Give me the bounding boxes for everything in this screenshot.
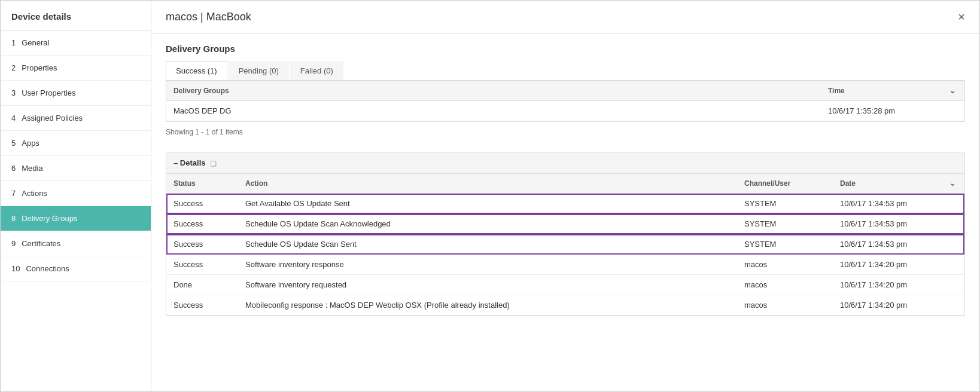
sidebar-item-label: Certificates: [22, 239, 60, 248]
details-header: – Details ▢: [166, 152, 964, 174]
details-section: – Details ▢ Status Action Channel/User D…: [166, 152, 965, 316]
sidebar-item-num: 2: [11, 63, 16, 72]
details-status: Success: [166, 255, 238, 274]
sidebar-item-label: Media: [22, 164, 42, 173]
details-row: Success Schedule OS Update Scan Sent SYS…: [166, 234, 964, 255]
details-date: 10/6/17 1:34:53 pm: [833, 214, 941, 234]
delivery-groups-table: Delivery Groups Time ⌄ MacOS DEP DG10/6/…: [166, 81, 965, 122]
details-expand: [941, 275, 964, 295]
sidebar-item-num: 4: [11, 114, 16, 122]
content-area: Delivery Groups Success (1)Pending (0)Fa…: [151, 34, 979, 391]
col-header-expand: ⌄: [941, 81, 964, 100]
details-channel: SYSTEM: [737, 194, 833, 213]
details-expand: [941, 255, 964, 274]
sidebar-item-num: 9: [11, 239, 16, 248]
close-button[interactable]: ×: [958, 10, 965, 24]
details-date: 10/6/17 1:34:20 pm: [833, 275, 941, 295]
sidebar-item-label: Apps: [22, 139, 39, 148]
row-dg: MacOS DEP DG: [166, 101, 821, 121]
sidebar-item-properties[interactable]: 2Properties: [1, 56, 151, 81]
details-table-header: Status Action Channel/User Date ⌄: [166, 174, 964, 194]
details-channel: SYSTEM: [737, 234, 833, 254]
sidebar-item-media[interactable]: 6Media: [1, 156, 151, 181]
table-header: Delivery Groups Time ⌄: [166, 81, 964, 101]
sidebar-item-assigned-policies[interactable]: 4Assigned Policies: [1, 106, 151, 131]
dcol-header-date: Date: [833, 174, 941, 193]
details-action: Schedule OS Update Scan Acknowledged: [238, 214, 737, 234]
dcol-header-status: Status: [166, 174, 238, 193]
sidebar-item-delivery-groups[interactable]: 8Delivery Groups: [1, 206, 151, 231]
details-status: Success: [166, 214, 238, 234]
tabs-container: Success (1)Pending (0)Failed (0): [166, 61, 965, 81]
details-action: Software inventory requested: [238, 275, 737, 295]
col-header-time: Time: [821, 81, 941, 100]
details-row: Done Software inventory requested macos …: [166, 275, 964, 295]
sidebar-item-user-properties[interactable]: 3User Properties: [1, 81, 151, 106]
details-status: Success: [166, 295, 238, 315]
dcol-header-channel: Channel/User: [737, 174, 833, 193]
details-date: 10/6/17 1:34:20 pm: [833, 295, 941, 315]
sidebar-item-num: 1: [11, 38, 16, 47]
showing-text: Showing 1 - 1 of 1 items: [166, 122, 965, 142]
sidebar-item-actions[interactable]: 7Actions: [1, 181, 151, 206]
tab-success--1-[interactable]: Success (1): [166, 61, 227, 80]
details-action: Mobileconfig response : MacOS DEP Webcli…: [238, 295, 737, 315]
details-status: Success: [166, 234, 238, 254]
sidebar-item-general[interactable]: 1General: [1, 30, 151, 56]
details-expand: [941, 295, 964, 315]
details-row: Success Get Available OS Update Sent SYS…: [166, 194, 964, 214]
details-status: Success: [166, 194, 238, 213]
details-channel: SYSTEM: [737, 214, 833, 234]
details-title: – Details: [174, 158, 205, 167]
details-icon[interactable]: ▢: [210, 159, 217, 167]
page-title: macos | MacBook: [166, 11, 251, 23]
tab-failed--0-[interactable]: Failed (0): [290, 61, 343, 80]
dcol-header-action: Action: [238, 174, 737, 193]
details-channel: macos: [737, 255, 833, 274]
sidebar-item-num: 8: [11, 214, 16, 223]
sidebar-title: Device details: [1, 1, 151, 30]
sidebar-item-label: Properties: [22, 63, 57, 72]
section-title: Delivery Groups: [166, 44, 965, 54]
table-row: MacOS DEP DG10/6/17 1:35:28 pm: [166, 101, 964, 121]
details-expand: [941, 194, 964, 213]
chevron-down-icon-details: ⌄: [949, 179, 955, 188]
details-row: Success Software inventory response maco…: [166, 255, 964, 275]
details-expand: [941, 234, 964, 254]
details-action: Software inventory response: [238, 255, 737, 274]
chevron-down-icon: ⌄: [949, 87, 955, 95]
details-row: Success Schedule OS Update Scan Acknowle…: [166, 214, 964, 234]
sidebar-item-connections[interactable]: 10Connections: [1, 256, 151, 281]
sidebar: Device details 1General2Properties3User …: [1, 1, 151, 391]
sidebar-item-num: 6: [11, 164, 16, 173]
sidebar-item-label: Actions: [22, 189, 47, 198]
sidebar-item-num: 7: [11, 189, 16, 198]
details-row: Success Mobileconfig response : MacOS DE…: [166, 295, 964, 316]
sidebar-item-label: Delivery Groups: [22, 214, 77, 223]
tab-pending--0-[interactable]: Pending (0): [229, 61, 289, 80]
details-date: 10/6/17 1:34:53 pm: [833, 234, 941, 254]
details-channel: macos: [737, 295, 833, 315]
sidebar-item-num: 10: [11, 264, 20, 273]
sidebar-item-label: General: [22, 38, 49, 47]
sidebar-item-label: Connections: [26, 264, 69, 273]
sidebar-item-label: User Properties: [22, 88, 75, 97]
dcol-header-expand: ⌄: [941, 174, 964, 193]
details-action: Schedule OS Update Scan Sent: [238, 234, 737, 254]
details-channel: macos: [737, 275, 833, 295]
sidebar-item-apps[interactable]: 5Apps: [1, 131, 151, 156]
sidebar-item-num: 5: [11, 139, 16, 148]
details-expand: [941, 214, 964, 234]
details-date: 10/6/17 1:34:53 pm: [833, 194, 941, 213]
sidebar-item-certificates[interactable]: 9Certificates: [1, 231, 151, 256]
row-expand: [941, 101, 964, 121]
details-date: 10/6/17 1:34:20 pm: [833, 255, 941, 274]
details-action: Get Available OS Update Sent: [238, 194, 737, 213]
main-content: macos | MacBook × Delivery Groups Succes…: [151, 1, 979, 391]
sidebar-item-label: Assigned Policies: [22, 114, 83, 122]
sidebar-item-num: 3: [11, 88, 16, 97]
col-header-dg: Delivery Groups: [166, 81, 821, 100]
main-header: macos | MacBook ×: [151, 1, 979, 34]
row-time: 10/6/17 1:35:28 pm: [821, 101, 941, 121]
details-status: Done: [166, 275, 238, 295]
